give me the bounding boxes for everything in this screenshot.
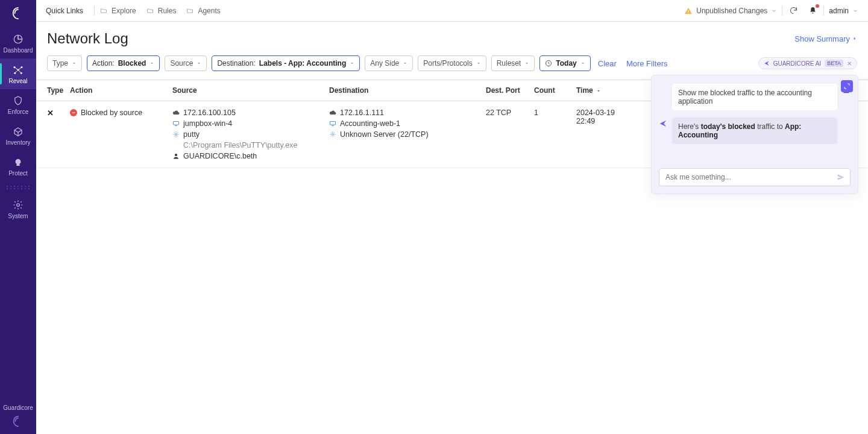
caret-down-icon bbox=[580, 61, 585, 66]
filter-action[interactable]: Action: Blocked bbox=[87, 55, 160, 71]
divider bbox=[94, 6, 95, 16]
quicklink-label: Rules bbox=[158, 7, 177, 15]
caret-down-icon bbox=[197, 61, 201, 66]
refresh-button[interactable] bbox=[787, 5, 799, 17]
chess-icon bbox=[13, 157, 24, 168]
svg-rect-25 bbox=[688, 12, 689, 13]
svg-point-17 bbox=[10, 188, 11, 189]
nav-reveal[interactable]: Reveal bbox=[0, 58, 36, 89]
filter-destination[interactable]: Destination: Labels - App: Accounting bbox=[212, 55, 360, 71]
dest-svc: Unknown Server (22/TCP) bbox=[340, 130, 429, 139]
clock-icon bbox=[545, 60, 552, 67]
svg-point-15 bbox=[28, 186, 30, 187]
quicklink-agents[interactable]: Agents bbox=[186, 7, 220, 15]
unpublished-changes[interactable]: Unpublished Changes bbox=[684, 7, 777, 15]
col-type[interactable]: Type bbox=[36, 80, 65, 101]
close-icon[interactable]: ✕ bbox=[847, 60, 852, 67]
caret-right-icon bbox=[852, 36, 857, 42]
col-action[interactable]: Action bbox=[65, 80, 168, 101]
ai-input[interactable] bbox=[664, 172, 837, 182]
show-summary-link[interactable]: Show Summary bbox=[794, 34, 857, 43]
brand-icon bbox=[11, 415, 25, 428]
nav-label: Reveal bbox=[8, 78, 27, 84]
caret-down-icon bbox=[476, 61, 481, 66]
topbar: Quick Links Explore Rules Agents Unpubli… bbox=[36, 0, 868, 22]
quicklink-rules[interactable]: Rules bbox=[146, 7, 177, 15]
cloud-icon bbox=[172, 109, 180, 116]
svg-point-21 bbox=[25, 188, 26, 189]
svg-rect-29 bbox=[175, 125, 177, 126]
col-dest-port[interactable]: Dest. Port bbox=[481, 80, 529, 101]
beta-badge: BETA bbox=[825, 60, 843, 67]
logo[interactable] bbox=[0, 2, 36, 24]
action-text: Blocked by source bbox=[81, 108, 142, 117]
svg-point-22 bbox=[28, 188, 30, 189]
nav-inventory[interactable]: Inventory bbox=[0, 120, 36, 151]
filter-time[interactable]: Today bbox=[539, 55, 590, 71]
col-time[interactable]: Time bbox=[571, 80, 644, 101]
filter-label: Type bbox=[52, 59, 68, 68]
source-proc: putty bbox=[183, 130, 200, 139]
nav-protect[interactable]: Protect bbox=[0, 151, 36, 181]
clear-filters[interactable]: Clear bbox=[596, 57, 619, 71]
svg-point-16 bbox=[7, 188, 8, 189]
caret-down-icon bbox=[524, 61, 529, 66]
ai-chip[interactable]: GUARDICORE AI BETA ✕ bbox=[758, 57, 857, 69]
svg-point-13 bbox=[21, 186, 22, 187]
ai-reply-pre: Here's bbox=[678, 122, 701, 131]
nav-dashboard[interactable]: Dashboard bbox=[0, 28, 36, 58]
gear-icon bbox=[172, 131, 180, 138]
nav-system[interactable]: System bbox=[0, 193, 36, 224]
svg-point-20 bbox=[21, 188, 22, 189]
filter-source[interactable]: Source bbox=[165, 55, 207, 71]
user-name: admin bbox=[829, 7, 849, 15]
bell-icon bbox=[808, 6, 817, 15]
col-count[interactable]: Count bbox=[529, 80, 571, 101]
nav-enforce[interactable]: Enforce bbox=[0, 89, 36, 120]
ai-panel: Show me blocked traffic to the accountin… bbox=[651, 75, 858, 194]
expand-button[interactable] bbox=[841, 80, 853, 92]
type-blocked-icon: ✕ bbox=[47, 109, 54, 118]
col-destination[interactable]: Destination bbox=[324, 80, 481, 101]
warning-icon bbox=[684, 7, 693, 15]
cloud-icon bbox=[329, 109, 336, 116]
ai-avatar-icon bbox=[659, 119, 667, 128]
quick-links-label: Quick Links bbox=[46, 7, 83, 15]
send-icon bbox=[764, 60, 770, 66]
gear-icon bbox=[329, 131, 336, 138]
svg-point-11 bbox=[14, 186, 15, 187]
ai-bubble: Here's today's blocked traffic to App: A… bbox=[672, 118, 837, 144]
filter-value: Today bbox=[556, 59, 576, 68]
filter-any-side[interactable]: Any Side bbox=[365, 55, 413, 71]
ai-reply-message: Here's today's blocked traffic to App: A… bbox=[659, 118, 851, 144]
folder-icon bbox=[186, 7, 194, 14]
ai-reply-b1: today's blocked bbox=[701, 122, 755, 131]
svg-rect-33 bbox=[332, 125, 334, 126]
send-button[interactable] bbox=[837, 173, 845, 181]
user-menu[interactable]: admin bbox=[829, 7, 858, 15]
caret-down-icon bbox=[72, 61, 77, 66]
user-bubble: Show me blocked traffic to the accountin… bbox=[672, 84, 837, 110]
filter-ruleset[interactable]: Ruleset bbox=[491, 55, 535, 71]
svg-point-30 bbox=[175, 134, 177, 136]
notifications-button[interactable] bbox=[807, 5, 819, 17]
chevron-down-icon bbox=[771, 8, 777, 14]
filter-type[interactable]: Type bbox=[47, 55, 82, 71]
page-title: Network Log bbox=[47, 30, 128, 47]
quicklink-explore[interactable]: Explore bbox=[99, 7, 136, 15]
more-filters[interactable]: More Filters bbox=[624, 57, 670, 71]
pie-icon bbox=[13, 34, 24, 45]
inventory-icon bbox=[13, 126, 24, 137]
svg-point-18 bbox=[14, 188, 15, 189]
svg-point-34 bbox=[332, 134, 334, 136]
blocked-icon bbox=[70, 109, 77, 116]
svg-point-23 bbox=[17, 204, 20, 207]
svg-line-8 bbox=[18, 70, 21, 73]
filter-ports[interactable]: Ports/Protocols bbox=[418, 55, 486, 71]
send-icon bbox=[837, 173, 845, 181]
col-source[interactable]: Source bbox=[168, 80, 324, 101]
nav-label: Enforce bbox=[8, 108, 28, 115]
col-time-label: Time bbox=[576, 86, 593, 95]
source-host: jumpbox-win-4 bbox=[183, 119, 232, 128]
nav-label: System bbox=[8, 213, 28, 219]
